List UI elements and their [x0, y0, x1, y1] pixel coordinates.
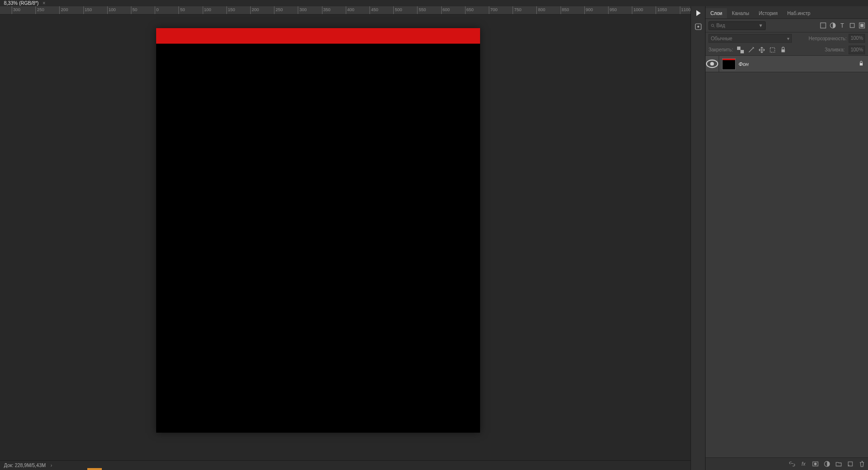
- svg-rect-10: [737, 47, 740, 50]
- ruler-tick: 300: [298, 6, 306, 14]
- ruler-tick: 150: [226, 6, 235, 14]
- ruler-tick: 450: [370, 6, 378, 14]
- lock-transparent-icon[interactable]: [737, 47, 744, 53]
- svg-line-3: [713, 26, 714, 27]
- ruler-tick: 500: [393, 6, 402, 14]
- ruler-tick: 50: [178, 6, 185, 14]
- play-icon[interactable]: [694, 9, 702, 18]
- layer-group-icon[interactable]: [835, 461, 842, 468]
- filter-pixel-icon[interactable]: [820, 22, 826, 29]
- svg-rect-16: [860, 63, 863, 65]
- filter-type-icon[interactable]: T: [839, 22, 846, 29]
- link-layers-icon[interactable]: [788, 461, 795, 468]
- blend-mode-select[interactable]: Обычные ▾: [708, 34, 792, 43]
- svg-text:T: T: [840, 22, 844, 29]
- status-bar: Док: 228,9M/5,43M ›: [0, 460, 691, 470]
- ruler-tick: 300: [12, 6, 20, 14]
- svg-point-18: [814, 463, 816, 465]
- tab-tool-presets[interactable]: Наб.инстр: [783, 8, 816, 18]
- ruler-tick: 100: [107, 6, 116, 14]
- lock-icon[interactable]: [858, 61, 864, 67]
- ruler-tick: 0: [155, 6, 159, 14]
- layer-name[interactable]: Фон: [739, 61, 749, 67]
- filter-shape-icon[interactable]: [849, 22, 855, 29]
- chevron-down-icon[interactable]: ▾: [759, 22, 763, 29]
- adjustment-layer-icon[interactable]: [823, 461, 830, 468]
- layer-list: Фон: [706, 56, 868, 457]
- layer-row[interactable]: Фон: [706, 56, 868, 72]
- panel-tabs: Слои Каналы История Наб.инстр: [706, 6, 868, 19]
- eye-icon: [706, 57, 719, 70]
- ruler-tick: 550: [417, 6, 426, 14]
- svg-rect-12: [770, 48, 774, 52]
- horizontal-ruler[interactable]: 3002502001501005005010015020025030035040…: [0, 6, 691, 15]
- svg-point-1: [697, 26, 699, 28]
- filter-smart-icon[interactable]: [858, 22, 865, 29]
- layer-style-icon[interactable]: fx: [800, 461, 807, 468]
- document-tab[interactable]: 8,33% (RGB/8*) ×: [0, 0, 49, 6]
- blend-opacity-row: Обычные ▾ Непрозрачность: 100%: [706, 32, 868, 44]
- tab-channels[interactable]: Каналы: [727, 8, 754, 18]
- opacity-input[interactable]: 100%: [849, 34, 865, 43]
- status-doc-size: 228,9M/5,43M: [15, 463, 46, 468]
- tab-history[interactable]: История: [754, 8, 783, 18]
- ruler-tick: 200: [250, 6, 259, 14]
- layer-visibility-toggle[interactable]: [706, 56, 719, 72]
- canvas-viewport[interactable]: [0, 15, 691, 460]
- lock-artboard-icon[interactable]: [769, 47, 776, 53]
- fill-input[interactable]: 100%: [849, 46, 865, 54]
- ruler-tick: 200: [59, 6, 68, 14]
- filter-adjustment-icon[interactable]: [829, 22, 836, 29]
- canvas-red-strip: [156, 28, 480, 44]
- svg-rect-9: [860, 24, 864, 27]
- tab-layers[interactable]: Слои: [706, 8, 727, 18]
- ruler-tick: 250: [274, 6, 283, 14]
- svg-rect-4: [820, 23, 826, 28]
- lock-label: Закрепить:: [708, 47, 733, 52]
- ruler-tick: 750: [513, 6, 521, 14]
- opacity-label: Непрозрачность:: [808, 36, 847, 41]
- ruler-tick: 700: [489, 6, 498, 14]
- ruler-tick: 800: [536, 6, 545, 14]
- ruler-tick: 1100: [680, 6, 691, 14]
- svg-rect-7: [850, 23, 854, 28]
- document-tab-title: 8,33% (RGB/8*): [4, 0, 39, 6]
- layer-filter-row: ▾ T: [706, 19, 868, 32]
- ruler-tick: 150: [83, 6, 92, 14]
- svg-point-15: [710, 62, 714, 66]
- ruler-tick: 400: [346, 6, 354, 14]
- lock-position-icon[interactable]: [758, 47, 765, 53]
- lock-icons: [737, 47, 787, 53]
- settings-icon[interactable]: [694, 23, 702, 32]
- chevron-down-icon: ▾: [787, 36, 789, 41]
- lock-all-icon[interactable]: [780, 47, 787, 53]
- ruler-tick: 650: [465, 6, 474, 14]
- blend-mode-value: Обычные: [711, 36, 732, 41]
- layers-panel: Слои Каналы История Наб.инстр ▾ T Обычны…: [705, 6, 868, 470]
- status-expand-icon[interactable]: ›: [50, 463, 52, 468]
- ruler-tick: 1000: [632, 6, 643, 14]
- svg-point-2: [711, 24, 714, 26]
- delete-layer-icon[interactable]: [858, 461, 865, 468]
- lock-pixels-icon[interactable]: [748, 47, 755, 53]
- status-orange-indicator: [87, 468, 102, 470]
- close-icon[interactable]: ×: [43, 0, 46, 6]
- layer-mask-icon[interactable]: [812, 461, 819, 468]
- new-layer-icon[interactable]: [847, 461, 853, 468]
- ruler-tick: 600: [441, 6, 450, 14]
- ruler-tick: 350: [322, 6, 331, 14]
- layer-search-input[interactable]: [716, 23, 759, 28]
- lock-fill-row: Закрепить: Заливка: 100%: [706, 44, 868, 56]
- canvas-area: 3002502001501005005010015020025030035040…: [0, 6, 691, 470]
- ruler-tick: 850: [561, 6, 569, 14]
- layer-search-box[interactable]: ▾: [708, 21, 766, 30]
- ruler-tick: 250: [35, 6, 44, 14]
- layer-thumbnail[interactable]: [722, 58, 736, 70]
- canvas[interactable]: [156, 28, 480, 433]
- ruler-tick: 50: [131, 6, 137, 14]
- ruler-tick: 1050: [656, 6, 667, 14]
- ruler-tick: 100: [203, 6, 211, 14]
- collapsed-panel-strip: [691, 6, 705, 470]
- workspace: 3002502001501005005010015020025030035040…: [0, 6, 868, 470]
- ruler-tick: 900: [584, 6, 593, 14]
